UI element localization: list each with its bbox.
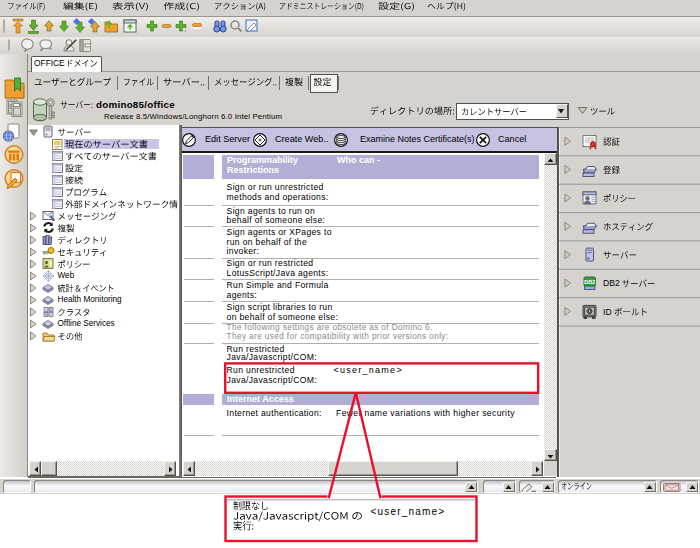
svg-text:DB2: DB2	[584, 279, 595, 285]
